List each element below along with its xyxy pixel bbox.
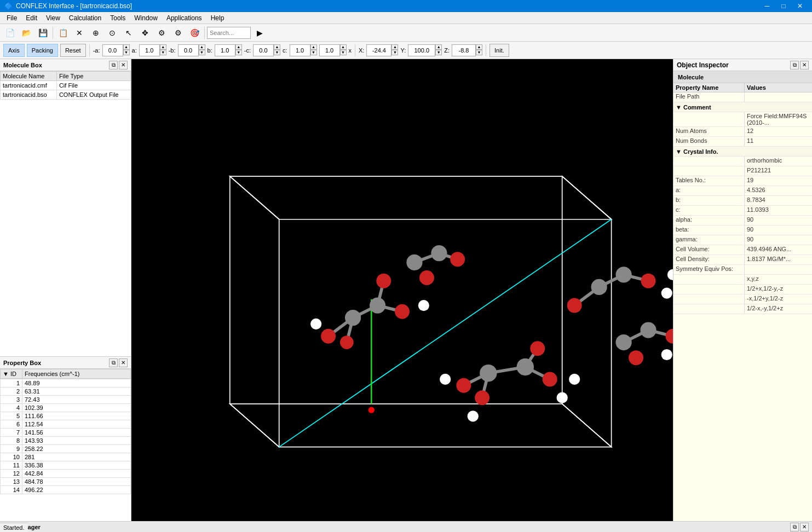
svg-point-16 bbox=[370, 297, 385, 313]
move-button[interactable]: ✥ bbox=[137, 26, 153, 40]
prop-row[interactable]: 5111.66 bbox=[1, 412, 131, 420]
molecule-box-close[interactable]: ✕ bbox=[119, 61, 128, 70]
tool1-button[interactable]: ⚙ bbox=[154, 26, 169, 40]
tool2-button[interactable]: ⚙ bbox=[170, 26, 186, 40]
menu-view[interactable]: View bbox=[42, 13, 65, 23]
prop-row[interactable]: 14496.22 bbox=[1, 486, 131, 494]
z-input[interactable] bbox=[452, 44, 476, 56]
search-button[interactable]: ▶ bbox=[252, 26, 267, 40]
menu-applications[interactable]: Applications bbox=[162, 13, 206, 23]
c-neg-down[interactable]: ▼ bbox=[274, 50, 280, 55]
y-label: Y: bbox=[400, 47, 406, 54]
a-up[interactable]: ▲ bbox=[160, 44, 166, 50]
zoom-input[interactable] bbox=[319, 44, 340, 56]
b-down[interactable]: ▼ bbox=[235, 50, 242, 55]
prop-id: 14 bbox=[1, 486, 22, 494]
rotate-z-button[interactable]: ⊙ bbox=[105, 26, 120, 40]
axis-sep-3 bbox=[486, 44, 486, 56]
mol-group-4 bbox=[615, 322, 673, 365]
menu-edit[interactable]: Edit bbox=[21, 13, 42, 23]
copy-button[interactable]: 📋 bbox=[55, 26, 71, 40]
z-down[interactable]: ▼ bbox=[476, 50, 482, 55]
target-button[interactable]: 🎯 bbox=[187, 26, 202, 40]
close-button[interactable]: ✕ bbox=[792, 0, 808, 12]
x-down[interactable]: ▼ bbox=[391, 50, 398, 55]
x-up[interactable]: ▲ bbox=[391, 44, 398, 50]
molecule-box-float[interactable]: ⧉ bbox=[109, 61, 118, 70]
c-neg-input[interactable] bbox=[253, 44, 274, 56]
a-neg-up[interactable]: ▲ bbox=[123, 44, 130, 50]
prop-row[interactable]: 8143.93 bbox=[1, 437, 131, 445]
b-input[interactable] bbox=[215, 44, 235, 56]
minimize-button[interactable]: ─ bbox=[759, 0, 775, 12]
a-down[interactable]: ▼ bbox=[160, 50, 166, 55]
c-neg-up[interactable]: ▲ bbox=[274, 44, 280, 50]
a-input[interactable] bbox=[139, 44, 160, 56]
prop-id: 12 bbox=[1, 470, 22, 478]
z-up[interactable]: ▲ bbox=[476, 44, 482, 50]
reset-button[interactable]: Reset bbox=[60, 44, 86, 57]
y-down[interactable]: ▼ bbox=[435, 50, 442, 55]
b-neg-input[interactable] bbox=[178, 44, 199, 56]
zoom-up[interactable]: ▲ bbox=[340, 44, 347, 50]
prop-val: 336.38 bbox=[22, 461, 131, 470]
open-button[interactable]: 📂 bbox=[19, 26, 34, 40]
save-button[interactable]: 💾 bbox=[35, 26, 50, 40]
prop-row[interactable]: 263.31 bbox=[1, 388, 131, 396]
inspector-molecule-tab[interactable]: Molecule bbox=[673, 71, 812, 83]
job-manager-close[interactable]: ✕ bbox=[800, 523, 809, 531]
prop-row[interactable]: 6112.54 bbox=[1, 420, 131, 429]
y-up[interactable]: ▲ bbox=[435, 44, 442, 50]
select-button[interactable]: ↖ bbox=[121, 26, 136, 40]
inspector-row: 1/2+x,1/2-y,-z bbox=[673, 285, 812, 294]
mol-group-3 bbox=[440, 341, 580, 421]
menu-window[interactable]: Window bbox=[130, 13, 162, 23]
property-body: 148.89263.31372.434102.395111.666112.547… bbox=[0, 379, 131, 521]
x-input[interactable] bbox=[366, 44, 391, 56]
inspector-prop: Symmetry Equiv Pos: bbox=[673, 265, 745, 274]
c-input[interactable] bbox=[290, 44, 310, 56]
c-up[interactable]: ▲ bbox=[310, 44, 317, 50]
svg-point-18 bbox=[418, 300, 429, 311]
prop-row[interactable]: 11336.38 bbox=[1, 461, 131, 470]
prop-row[interactable]: 372.43 bbox=[1, 396, 131, 404]
prop-row[interactable]: 7141.56 bbox=[1, 429, 131, 437]
3d-viewport[interactable] bbox=[131, 59, 673, 521]
prop-row[interactable]: 10281 bbox=[1, 453, 131, 461]
svg-point-47 bbox=[640, 322, 656, 338]
inspector-close[interactable]: ✕ bbox=[800, 61, 809, 70]
init-button[interactable]: Init. bbox=[489, 44, 509, 57]
zoom-down[interactable]: ▼ bbox=[340, 50, 347, 55]
prop-row[interactable]: 4102.39 bbox=[1, 404, 131, 412]
b-neg-down[interactable]: ▼ bbox=[199, 50, 205, 55]
rotate-x-button[interactable]: ✕ bbox=[72, 26, 87, 40]
search-input[interactable] bbox=[207, 27, 251, 39]
menu-calculation[interactable]: Calculation bbox=[65, 13, 106, 23]
prop-row[interactable]: 12442.84 bbox=[1, 470, 131, 478]
property-box-close[interactable]: ✕ bbox=[119, 358, 128, 367]
a-neg-input[interactable] bbox=[102, 44, 123, 56]
rotate-y-button[interactable]: ⊕ bbox=[88, 26, 103, 40]
inspector-row: beta:90 bbox=[673, 225, 812, 235]
property-box-float[interactable]: ⧉ bbox=[109, 358, 118, 367]
packing-button[interactable]: Packing bbox=[27, 44, 58, 57]
prop-row[interactable]: 13484.78 bbox=[1, 478, 131, 486]
new-button[interactable]: 📄 bbox=[2, 26, 18, 40]
prop-row[interactable]: 9258.22 bbox=[1, 445, 131, 453]
axis-button[interactable]: Axis bbox=[3, 44, 25, 57]
c-down[interactable]: ▼ bbox=[310, 50, 317, 55]
prop-row[interactable]: 148.89 bbox=[1, 379, 131, 388]
molecule-row[interactable]: tartronicacid.bsoCONFLEX Output File bbox=[1, 90, 131, 100]
y-input[interactable] bbox=[408, 44, 435, 56]
inspector-float[interactable]: ⧉ bbox=[790, 61, 799, 70]
job-manager-float[interactable]: ⧉ bbox=[790, 523, 799, 531]
prop-val: 281 bbox=[22, 453, 131, 461]
molecule-row[interactable]: tartronicacid.cmfCif File bbox=[1, 81, 131, 90]
b-up[interactable]: ▲ bbox=[235, 44, 242, 50]
b-neg-up[interactable]: ▲ bbox=[199, 44, 205, 50]
menu-help[interactable]: Help bbox=[206, 13, 229, 23]
a-neg-down[interactable]: ▼ bbox=[123, 50, 130, 55]
menu-tools[interactable]: Tools bbox=[106, 13, 130, 23]
menu-file[interactable]: File bbox=[2, 13, 21, 23]
maximize-button[interactable]: □ bbox=[776, 0, 791, 12]
